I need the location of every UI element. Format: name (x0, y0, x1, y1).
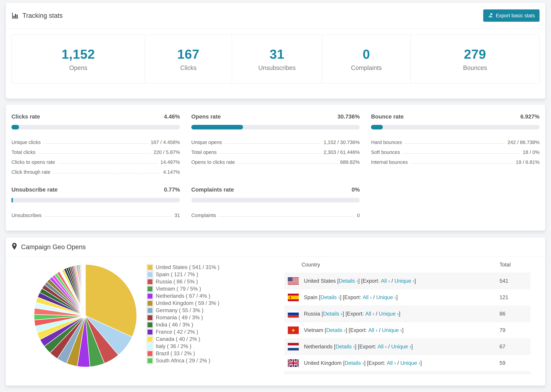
legend-item-brazil: Brazil ( 33 / 2% ) (148, 350, 284, 357)
campaign-geo-opens-card: Campaign Geo Opens United States ( 541 /… (6, 237, 545, 386)
dotted-leader (44, 216, 172, 217)
rate-panel-unsubscribe-rate: Unsubscribe rate0.77%Unsubscribes31 (11, 186, 180, 218)
export-unique-link[interactable]: Unique › (400, 360, 420, 366)
export-button-label: Export basic stats (496, 13, 535, 19)
slash: / (377, 327, 382, 333)
rate-detail-row: Unique clicks167 / 4.456% (11, 135, 180, 145)
table-row-us: United States [Details ›] [Export: All ›… (284, 273, 530, 289)
legend-item-netherlands: Netherlands ( 67 / 4% ) (148, 293, 284, 300)
export-basic-stats-button[interactable]: Export basic stats (483, 9, 540, 22)
country-name: Netherlands (304, 343, 332, 350)
bracket: ] (399, 311, 400, 317)
export-unique-link[interactable]: Unique › (382, 327, 402, 333)
rate-detail-value: 19 / 6.81% (516, 159, 540, 165)
export-all-link[interactable]: All › (365, 311, 374, 317)
bracket: [ (332, 343, 335, 350)
export-unique-link[interactable]: Unique › (379, 311, 399, 317)
table-row-ru: Russia [Details ›] [Export: All › / Uniq… (284, 305, 530, 322)
legend-item-south-africa: South Africa ( 29 / 2% ) (148, 357, 284, 364)
summary-label: Bounces (463, 64, 487, 71)
summary-box-bounces: 279Bounces (410, 35, 539, 83)
summary-value: 0 (363, 47, 370, 62)
slash: / (396, 360, 400, 366)
bracket: ] [Export: (358, 278, 381, 284)
details-link[interactable]: Details › (339, 278, 358, 284)
row-total: 86 (500, 311, 530, 317)
dotted-leader (38, 153, 151, 154)
summary-value: 279 (464, 47, 486, 62)
bracket: ] [Export: (364, 360, 387, 366)
geo-title-text: Campaign Geo Opens (21, 243, 86, 251)
details-link[interactable]: Details › (326, 327, 346, 333)
details-link[interactable]: Details › (320, 294, 340, 301)
rate-detail-label: Internal bounces (371, 159, 408, 165)
rate-progress-fill (191, 125, 243, 129)
export-all-link[interactable]: All › (368, 327, 377, 333)
details-link[interactable]: Details › (323, 311, 343, 317)
export-all-link[interactable]: All › (387, 360, 396, 366)
bracket: ] [Export: (343, 311, 365, 317)
legend-item-germany: Germany ( 55 / 3% ) (148, 307, 284, 314)
details-link[interactable]: Details › (345, 360, 364, 366)
rate-detail-label: Click through rate (11, 169, 50, 175)
rate-detail-label: Unsubscribes (11, 213, 42, 218)
legend-swatch (148, 329, 152, 335)
rate-detail-label: Complaints (191, 213, 216, 218)
table-row-de: Germany [Details ›] [Export: All › / Uni… (284, 371, 530, 375)
rate-detail-row: Soft bounces18 / 0% (371, 145, 540, 155)
export-unique-link[interactable]: Unique › (391, 343, 411, 350)
country-flag-nl (288, 343, 299, 350)
summary-value: 1,152 (62, 47, 95, 62)
country-name: Russia (304, 311, 320, 317)
dotted-leader (58, 163, 158, 163)
bracket: ] (420, 360, 422, 366)
rate-detail-row: Opens to clicks rate689.82% (191, 155, 360, 165)
country-flag-es (288, 294, 299, 301)
legend-swatch (148, 344, 152, 349)
table-row-es: Spain [Details ›] [Export: All › / Uniqu… (284, 289, 530, 305)
legend-label: Spain ( 121 / 7% ) (156, 271, 198, 278)
row-total: 121 (500, 294, 530, 301)
bracket: ] (411, 343, 413, 350)
legend-item-spain: Spain ( 121 / 7% ) (148, 271, 284, 278)
row-main: Netherlands [Details ›] [Export: All › /… (284, 343, 500, 350)
export-unique-link[interactable]: Unique › (376, 294, 396, 301)
summary-label: Opens (69, 64, 87, 71)
slash: / (387, 343, 391, 350)
rate-progress-fill (371, 125, 383, 129)
row-total: 59 (500, 360, 530, 366)
column-header-country: Country (284, 262, 500, 268)
rate-value: 6.927% (520, 113, 540, 120)
map-pin-icon (11, 243, 17, 252)
row-main: United States [Details ›] [Export: All ›… (284, 277, 500, 285)
rate-progress-track (371, 125, 540, 129)
export-all-link[interactable]: All › (378, 343, 387, 350)
legend-label: United Kingdom ( 59 / 3% ) (156, 300, 219, 306)
rate-title: Unsubscribe rate (11, 186, 58, 193)
svg-text:★: ★ (291, 328, 295, 333)
legend-swatch (148, 287, 152, 291)
tracking-stats-card: Tracking stats Export basic stats 1,152O… (6, 3, 545, 99)
legend-label: Russia ( 86 / 5% ) (156, 279, 198, 285)
rate-detail-value: 689.82% (340, 159, 360, 165)
row-total: 67 (500, 343, 530, 350)
legend-swatch (148, 265, 152, 270)
rate-progress-track (191, 198, 360, 203)
details-link[interactable]: Details › (335, 343, 355, 350)
rate-detail-value: 4.147% (163, 169, 180, 175)
legend-swatch (148, 337, 152, 342)
export-unique-link[interactable]: Unique › (395, 278, 414, 284)
rate-title: Clicks rate (11, 113, 40, 120)
legend-label: United States ( 541 / 31% ) (156, 264, 219, 270)
legend-item-united-states: United States ( 541 / 31% ) (148, 264, 284, 271)
rate-detail-row: Total opens2,303 / 61.446% (191, 145, 360, 155)
rate-panel-header: Opens rate30.736% (191, 113, 360, 120)
export-all-link[interactable]: All › (363, 294, 372, 301)
country-name: Vietnam (304, 327, 323, 333)
rate-title: Complaints rate (191, 186, 234, 193)
rate-detail-label: Unique clicks (11, 140, 41, 145)
bracket: [ (336, 278, 339, 284)
geo-table-col: Country Total United States [Details ›] … (284, 257, 530, 375)
country-name: Spain (304, 294, 318, 301)
export-all-link[interactable]: All › (381, 278, 390, 284)
